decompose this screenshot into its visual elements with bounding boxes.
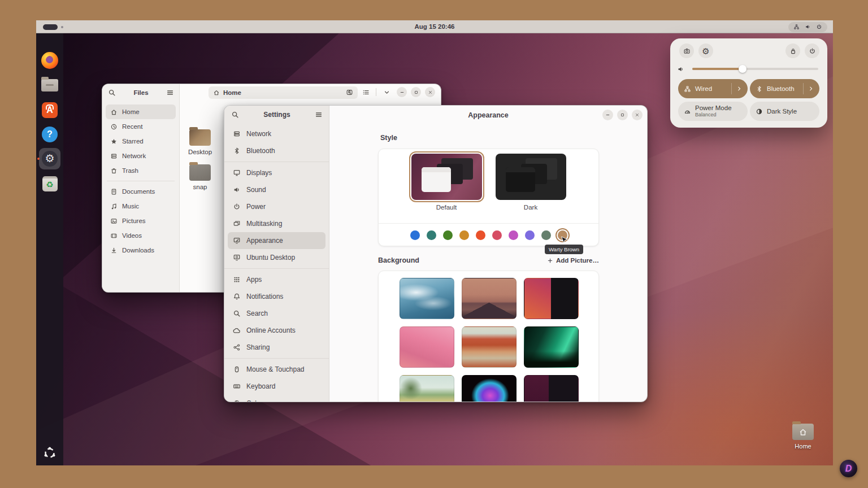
settings-nav-displays[interactable]: Displays [228,164,326,181]
settings-nav-appearance[interactable]: Appearance [228,232,326,249]
accent-color-teal[interactable] [427,230,436,240]
dock-item-firefox[interactable] [41,51,59,69]
folder-search-button[interactable] [343,86,355,98]
folder-desktop[interactable]: Desktop [180,129,220,155]
settings-button[interactable]: ⚙ [698,43,713,58]
wallpaper-mount-fuji[interactable] [462,278,517,319]
view-options-dropdown[interactable] [380,86,393,98]
gear-icon: ⚙ [702,47,709,55]
close-button[interactable] [425,87,435,97]
maximize-button[interactable] [411,87,421,97]
settings-nav-network[interactable]: Network [228,125,326,142]
sidebar-item-trash[interactable]: Trash [106,163,176,178]
wallpaper-numbat-dark-split[interactable] [524,278,579,319]
wallpaper-pink-numbat-art[interactable] [400,326,454,368]
accent-color-red[interactable] [492,230,502,240]
settings-sidebar-header: Settings [224,106,329,124]
search-icon[interactable] [108,89,116,97]
accent-color-green[interactable] [443,230,453,240]
bluetooth-expand-arrow[interactable] [803,83,814,94]
folder-label: snap [180,184,220,190]
clock[interactable]: Aug 15 20:46 [36,20,833,33]
wallpaper-neon-chameleon[interactable] [462,375,517,402]
accent-color-blue[interactable] [410,230,420,240]
nav-label: Bluetooth [246,147,275,155]
dock-item-recycle[interactable]: ♻ [41,175,59,193]
wallpaper-aurora[interactable] [524,326,579,368]
settings-tile: ⚙ [39,148,60,169]
add-picture-button[interactable]: Add Picture… [547,257,599,264]
wired-expand-arrow[interactable] [731,83,742,94]
accent-color-purple[interactable] [525,230,535,240]
minimize-button[interactable] [397,87,407,97]
sidebar-item-documents[interactable]: Documents [106,184,176,199]
search-icon[interactable] [231,111,239,119]
accent-color-yellow[interactable] [459,230,469,240]
settings-nav-bluetooth[interactable]: Bluetooth [228,142,326,159]
maximize-button[interactable] [617,110,628,120]
settings-nav-sharing[interactable]: Sharing [228,339,326,356]
accent-color-sage[interactable] [541,230,551,240]
files-sidebar: Files Home Recent Starred Network Trash … [102,84,180,292]
sidebar-item-network[interactable]: Network [106,149,176,163]
settings-nav-multitasking[interactable]: Multitasking [228,215,326,232]
menu-icon[interactable] [166,89,174,97]
ubuntu-logo-icon[interactable] [42,446,57,460]
settings-nav-apps[interactable]: Apps [228,271,326,288]
volume-knob[interactable] [739,65,747,73]
wallpaper-countryside-art[interactable] [400,375,454,402]
settings-nav-online-accounts[interactable]: Online Accounts [228,322,326,339]
settings-nav-keyboard[interactable]: Keyboard [228,378,326,395]
list-view-button[interactable] [359,86,372,98]
wallpaper-jammy-crest-split[interactable] [524,375,579,402]
power-mode-toggle[interactable]: Power Mode Balanced [678,102,748,121]
folder-snap[interactable]: snap [180,164,220,190]
sidebar-item-pictures[interactable]: Pictures [106,213,176,228]
sidebar-item-music[interactable]: Music [106,199,176,213]
settings-nav-color[interactable]: Color [228,395,326,402]
bluetooth-toggle[interactable]: Bluetooth [750,79,819,98]
settings-nav-ubuntu-desktop[interactable]: Ubuntu Desktop [228,249,326,266]
wired-toggle[interactable]: Wired [678,79,748,98]
menu-icon[interactable] [315,111,323,119]
dark-style-toggle[interactable]: Dark Style [750,102,819,121]
clock-icon [110,123,118,130]
minimize-button[interactable] [602,110,613,120]
wallpaper-desert-canyon-art[interactable] [462,326,517,368]
desktop-home-shortcut[interactable]: Home [790,424,816,450]
power-button[interactable] [805,43,819,58]
system-tray[interactable] [788,22,827,32]
settings-nav-notifications[interactable]: Notifications [228,288,326,305]
wallpaper-clouds-aerial[interactable] [400,278,454,319]
settings-nav-search[interactable]: Search [228,305,326,322]
lock-button[interactable] [785,43,800,58]
dock-item-help[interactable]: ? [41,125,59,143]
dock-item-files[interactable] [41,76,59,94]
sidebar-item-starred[interactable]: Starred [106,134,176,149]
accent-color-magenta[interactable] [509,230,518,240]
watermark-logo: D [840,460,857,477]
style-option-dark[interactable]: Dark [493,154,568,216]
sidebar-item-home[interactable]: Home [106,104,176,119]
sidebar-item-downloads[interactable]: Downloads [106,243,176,258]
style-option-default[interactable]: Default [409,154,484,216]
multitasking-icon [233,220,241,228]
dock-item-settings[interactable]: ⚙ [39,148,60,169]
sidebar-item-recent[interactable]: Recent [106,119,176,134]
power-icon [816,24,822,30]
toggle-label: Dark Style [767,108,797,115]
dock-item-ubuntu-software[interactable]: A [41,101,59,119]
half-moon-icon [756,108,763,115]
sidebar-item-videos[interactable]: Videos [106,228,176,243]
settings-nav-sound[interactable]: Sound [228,181,326,198]
cloud-icon [233,326,241,334]
accent-color-orange[interactable] [476,230,485,240]
style-card: Default Dark [378,149,599,246]
volume-slider[interactable] [692,68,818,70]
close-button[interactable] [632,110,643,120]
screenshot-button[interactable] [679,43,694,58]
path-bar[interactable]: Home [209,86,358,99]
settings-nav-mouse-touchpad[interactable]: Mouse & Touchpad [228,361,326,378]
ubuntu-desktop-screen: Aug 15 20:46 A ? ⚙ ♻ [36,20,833,465]
settings-nav-power[interactable]: Power [228,198,326,215]
